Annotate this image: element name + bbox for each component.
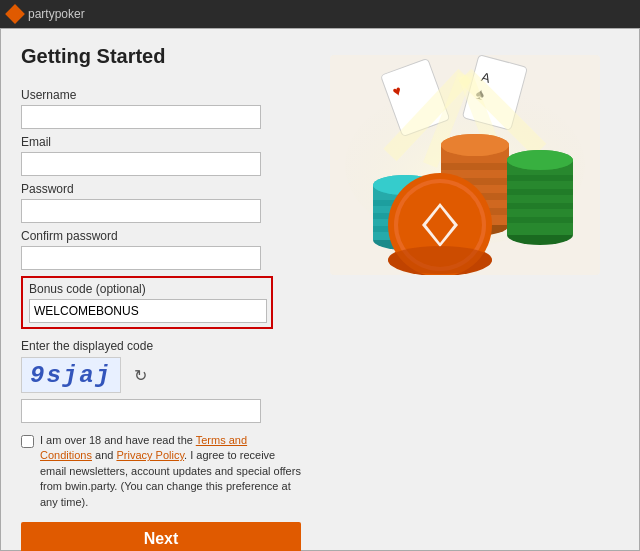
svg-rect-31 <box>507 203 573 209</box>
svg-rect-29 <box>507 175 573 181</box>
content-area: Getting Started Username Email Password … <box>1 29 639 551</box>
title-bar: partypoker <box>0 0 640 28</box>
agreement-checkbox[interactable] <box>21 435 34 448</box>
app-logo-icon <box>5 4 25 24</box>
svg-point-40 <box>388 246 492 274</box>
agreement-row: I am over 18 and have read the Terms and… <box>21 433 301 510</box>
captcha-entry-input[interactable] <box>21 399 261 423</box>
confirm-password-input[interactable] <box>21 246 261 270</box>
email-input[interactable] <box>21 152 261 176</box>
image-column: ♥ A ♠ <box>311 45 619 551</box>
captcha-image: 9sjaj <box>21 357 121 393</box>
bonus-code-label: Bonus code (optional) <box>29 282 265 296</box>
password-input[interactable] <box>21 199 261 223</box>
green-stack <box>507 150 573 245</box>
bonus-code-input[interactable] <box>29 299 267 323</box>
email-label: Email <box>21 135 301 149</box>
captcha-refresh-button[interactable]: ↻ <box>129 364 151 386</box>
agreement-text: I am over 18 and have read the Terms and… <box>40 433 301 510</box>
main-window: Getting Started Username Email Password … <box>0 28 640 551</box>
username-input[interactable] <box>21 105 261 129</box>
svg-point-33 <box>507 150 573 170</box>
bonus-code-group: Bonus code (optional) <box>21 276 273 329</box>
privacy-link[interactable]: Privacy Policy <box>116 449 184 461</box>
svg-rect-21 <box>441 163 509 170</box>
svg-rect-30 <box>507 189 573 195</box>
app-title: partypoker <box>28 7 85 21</box>
page-title: Getting Started <box>21 45 301 68</box>
captcha-label: Enter the displayed code <box>21 339 301 353</box>
form-column: Getting Started Username Email Password … <box>21 45 301 551</box>
captcha-row: 9sjaj ↻ <box>21 357 301 393</box>
chips-svg: ♥ A ♠ <box>330 55 600 275</box>
next-button[interactable]: Next <box>21 522 301 551</box>
password-label: Password <box>21 182 301 196</box>
confirm-password-label: Confirm password <box>21 229 301 243</box>
svg-rect-27 <box>507 160 573 235</box>
svg-point-25 <box>441 134 509 156</box>
username-label: Username <box>21 88 301 102</box>
svg-rect-32 <box>507 217 573 223</box>
chips-graphic: ♥ A ♠ <box>330 55 600 275</box>
